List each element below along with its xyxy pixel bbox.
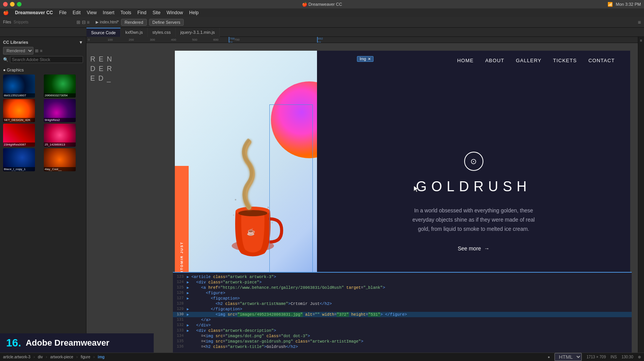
menu-edit[interactable]: Edit	[73, 10, 81, 15]
breakpoint-992: 992 px	[317, 37, 318, 43]
tab-styles[interactable]: styles.css	[148, 28, 176, 37]
graphic-thumb-4[interactable]: 9HighRes2	[44, 99, 76, 122]
svg-text:☕: ☕	[247, 228, 256, 236]
cc-dropdown[interactable]: Rendered	[3, 47, 33, 55]
code-line-124: 124 ▶ <div class="artwork-piece">	[173, 280, 632, 285]
breadcrumb-path: ▶ index.html*	[96, 20, 119, 24]
nav-tickets[interactable]: TICKETS	[553, 58, 577, 63]
tab-kxf0wn[interactable]: kxf0wn.js	[121, 28, 148, 37]
status-position: 130:30	[621, 355, 633, 359]
thumb-5-label: 23HighRes0087	[3, 142, 35, 147]
breadcrumb-article[interactable]: article.artwork-3	[3, 355, 30, 359]
content-area: 0 100 200 300 400 500 600 700 768 px 992…	[86, 37, 638, 353]
code-line-128: 128 <h2 class="artwork-artistName">Crtom…	[173, 301, 632, 306]
graphics-grid: 8b01155218607 26f06933273054 SET_DESIGN_…	[3, 75, 83, 171]
thumb-6-label: 25_142860613	[44, 142, 76, 147]
menu-window[interactable]: Window	[167, 10, 183, 15]
cc-libraries-section: CC Libraries ▼ Rendered ⊞ ≡ 🔍	[0, 37, 86, 65]
sidebar-icons: ⊞ ⊟ ≡	[76, 20, 90, 25]
menu-find[interactable]: Find	[138, 10, 146, 15]
tutorial-number: 16.	[6, 337, 21, 349]
thumb-4-label: 9HighRes2	[44, 118, 76, 122]
breadcrumb-artwork-piece[interactable]: artwork-piece	[50, 355, 73, 359]
left-sidebar: CC Libraries ▼ Rendered ⊞ ≡ 🔍 ● Graphics…	[0, 37, 86, 353]
svg-point-2	[238, 210, 267, 216]
snippets-tab[interactable]: Snippets	[13, 20, 28, 24]
selection-box	[269, 104, 313, 281]
status-indicator: ●	[548, 355, 550, 359]
tutorial-bar: 16. Adobe Dreamweaver	[0, 333, 154, 353]
menu-right: 📶 Mon 3:32 PM	[607, 2, 641, 7]
graphic-thumb-2[interactable]: 26f06933273054	[44, 75, 76, 98]
goldrush-title: GOLDRUSH	[416, 179, 531, 195]
wifi-icon: 📶	[607, 2, 613, 7]
status-zoom-icon[interactable]: ⊕	[638, 355, 641, 359]
code-line-130: 130 ▶ <img src="images/49523428063831.jp…	[173, 312, 632, 317]
menu-file[interactable]: File	[59, 10, 66, 15]
see-more-text: See more	[458, 245, 481, 252]
breadcrumb-div[interactable]: div	[38, 355, 43, 359]
cursor-icon	[413, 185, 419, 193]
status-ins: INS	[611, 355, 617, 359]
code-line-133: 133 ▶ <div class="artwork-description">	[173, 328, 632, 333]
right-icon-1[interactable]: ≡	[640, 38, 642, 43]
website-nav: HOME ABOUT GALLERY TICKETS CONTACT	[175, 51, 630, 70]
menu-site[interactable]: Site	[153, 10, 161, 15]
status-dimensions: 1713 × 709	[586, 355, 606, 359]
graphic-thumb-1[interactable]: 8b01155218607	[3, 75, 35, 98]
define-servers-button[interactable]: Define Servers	[149, 19, 184, 26]
menu-insert[interactable]: Insert	[103, 10, 115, 15]
search-icon: 🔍	[3, 57, 8, 62]
status-right: ● HTML 1713 × 709 INS 130:30 ⊕	[548, 353, 641, 361]
graphic-thumb-6[interactable]: 25_142860613	[44, 124, 76, 147]
nav-gallery[interactable]: GALLERY	[516, 58, 541, 63]
tab-jquery[interactable]: jquery-3.1.1.min.js	[176, 28, 220, 37]
menu-app-name[interactable]: Dreamweaver CC	[15, 10, 53, 15]
rendered-button[interactable]: Rendered	[121, 19, 146, 26]
ruler-bar: 0 100 200 300 400 500 600 700 768 px 992…	[86, 37, 638, 43]
logo-icon: ⊙	[464, 152, 483, 171]
menu-tools[interactable]: Tools	[121, 10, 131, 15]
code-line-134: 134 =<img src="images/dot.png" class="do…	[173, 333, 632, 339]
code-line-129: 129 ▶ </figcaption>	[173, 306, 632, 312]
graphics-title: ● Graphics	[3, 67, 83, 73]
cc-collapse-icon[interactable]: ▼	[79, 40, 83, 45]
thumb-2-label: 26f06933273054	[44, 93, 76, 98]
graphic-thumb-3[interactable]: SET_DESIGN_42K	[3, 99, 35, 122]
code-line-136: 136 =<h2 class="artwork-title">Goldrush<…	[173, 344, 632, 349]
menu-apple[interactable]: 🍎	[3, 10, 9, 15]
code-line-131: 131 </a>	[173, 317, 632, 323]
maximize-button[interactable]	[17, 2, 22, 7]
see-more-arrow: →	[484, 245, 490, 252]
code-line-126: 126 ▶ <figure>	[173, 290, 632, 296]
time-display: Mon 3:32 PM	[616, 2, 641, 7]
see-more-link[interactable]: See more →	[458, 245, 490, 252]
breadcrumb-figure[interactable]: figure	[81, 355, 90, 359]
nav-home[interactable]: HOME	[457, 58, 474, 63]
preview-area: R E N D E R E D _ HOME ABOUT GALLERY TIC…	[86, 43, 638, 353]
menu-view[interactable]: View	[87, 10, 97, 15]
breadcrumb-img[interactable]: img	[98, 355, 105, 359]
mac-titlebar: 🍎 Dreamweaver CC 📶 Mon 3:32 PM	[0, 0, 644, 8]
cc-list-view[interactable]: ≡	[40, 48, 42, 53]
graphic-thumb-5[interactable]: 23HighRes0087	[3, 124, 35, 147]
file-tabs: Source Code kxf0wn.js styles.css jquery-…	[0, 28, 644, 37]
search-input[interactable]	[10, 56, 83, 63]
thumb-3-label: SET_DESIGN_42K	[3, 118, 35, 122]
cc-grid-view[interactable]: ⊞	[35, 48, 38, 53]
minimize-button[interactable]	[10, 2, 15, 7]
menu-help[interactable]: Help	[189, 10, 199, 15]
files-tab-active[interactable]: Files	[3, 20, 11, 24]
nav-contact[interactable]: CONTACT	[588, 58, 615, 63]
tutorial-text: Adobe Dreamweaver	[26, 338, 110, 348]
rendered-text: R E N D E R E D _	[90, 55, 113, 84]
close-button[interactable]	[3, 2, 8, 7]
tab-source-code[interactable]: Source Code	[86, 28, 121, 37]
nav-about[interactable]: ABOUT	[485, 58, 505, 63]
status-mode-select[interactable]: HTML	[554, 353, 582, 361]
graphic-thumb-7[interactable]: Blace_l_copy_1	[3, 148, 35, 171]
graphic-thumb-8[interactable]: 4lay_Cool__	[44, 148, 76, 171]
main-layout: CC Libraries ▼ Rendered ⊞ ≡ 🔍 ● Graphics…	[0, 37, 644, 353]
cc-libraries-title: CC Libraries ▼	[3, 38, 83, 46]
code-line-132: 132 ▶ </div>	[173, 323, 632, 328]
